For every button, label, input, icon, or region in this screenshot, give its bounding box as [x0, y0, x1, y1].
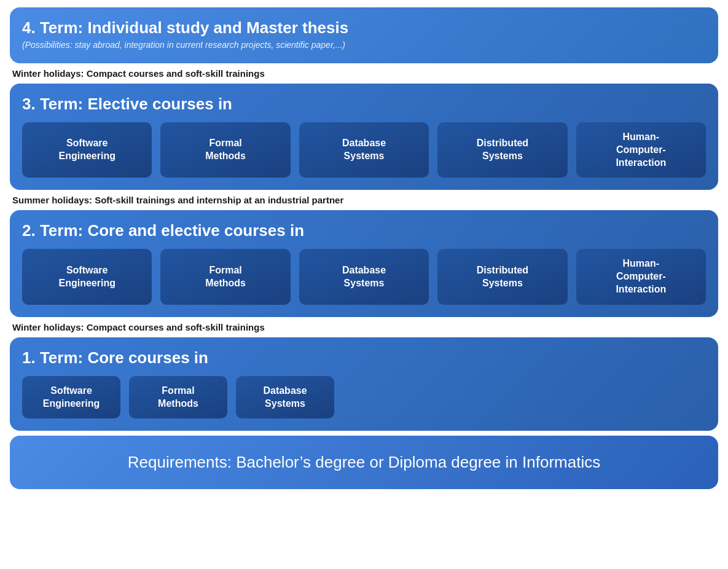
term1-title: 1. Term: Core courses in [22, 348, 706, 367]
term3-courses-row: SoftwareEngineering FormalMethods Databa… [22, 122, 706, 178]
term1-courses-row: SoftwareEngineering FormalMethods Databa… [22, 376, 366, 419]
holiday-summer-label: Summer holidays: Soft-skill trainings an… [12, 195, 718, 205]
term4-subtitle: (Possibilities: stay abroad, integration… [22, 40, 706, 50]
term1-box: 1. Term: Core courses in SoftwareEnginee… [10, 337, 718, 431]
term2-courses-row: SoftwareEngineering FormalMethods Databa… [22, 249, 706, 304]
requirements-text: Requirements: Bachelor’s degree or Diplo… [22, 453, 706, 472]
course-hci-2: Human-Computer-Interaction [576, 249, 706, 304]
term3-box: 3. Term: Elective courses in SoftwareEng… [10, 84, 718, 190]
course-distributed-systems-3: DistributedSystems [437, 122, 567, 178]
term2-title: 2. Term: Core and elective courses in [22, 221, 706, 240]
course-software-engineering-3: SoftwareEngineering [22, 122, 152, 178]
term3-title: 3. Term: Elective courses in [22, 95, 706, 114]
course-formal-methods-1: FormalMethods [129, 376, 227, 419]
course-formal-methods-2: FormalMethods [160, 249, 290, 304]
course-software-engineering-2: SoftwareEngineering [22, 249, 152, 304]
course-database-systems-2: DatabaseSystems [299, 249, 429, 304]
course-database-systems-1: DatabaseSystems [236, 376, 334, 419]
requirements-box: Requirements: Bachelor’s degree or Diplo… [10, 436, 718, 489]
course-formal-methods-3: FormalMethods [160, 122, 290, 178]
course-database-systems-3: DatabaseSystems [299, 122, 429, 178]
course-distributed-systems-2: DistributedSystems [437, 249, 567, 304]
term4-box: 4. Term: Individual study and Master the… [10, 7, 718, 63]
course-software-engineering-1: SoftwareEngineering [22, 376, 120, 419]
holiday-winter-2-label: Winter holidays: Compact courses and sof… [12, 322, 718, 332]
holiday-winter-1-label: Winter holidays: Compact courses and sof… [12, 68, 718, 79]
term4-title: 4. Term: Individual study and Master the… [22, 18, 706, 37]
term2-box: 2. Term: Core and elective courses in So… [10, 210, 718, 316]
course-hci-3: Human-Computer-Interaction [576, 122, 706, 178]
